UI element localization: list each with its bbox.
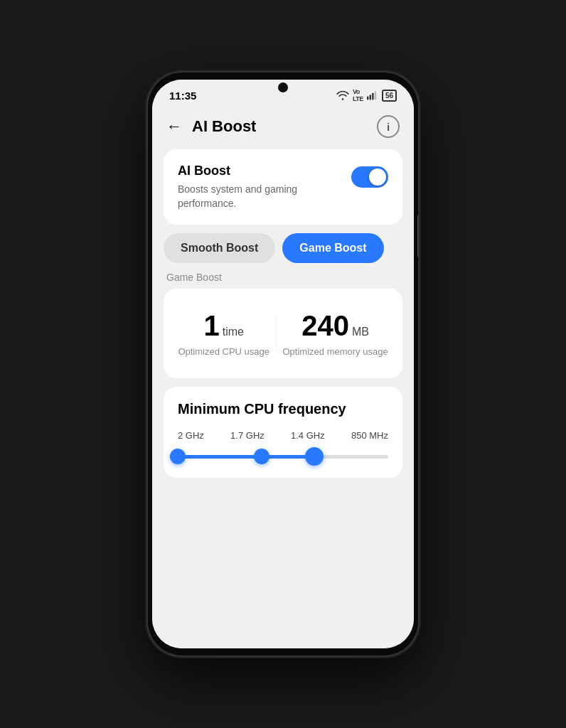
back-button[interactable]: ←: [166, 117, 182, 136]
section-label: Game Boost: [152, 272, 414, 289]
freq-label-3: 850 MHz: [351, 430, 388, 441]
slider-thumb-left[interactable]: [170, 449, 186, 464]
status-time: 11:35: [169, 90, 196, 102]
app-content: ← AI Boost i AI Boost Boosts system and …: [152, 107, 414, 648]
ai-boost-toggle[interactable]: [351, 166, 388, 188]
phone-frame: 11:35 VoLTE 56: [148, 73, 418, 655]
cpu-stat-number: 1: [203, 310, 219, 342]
game-boost-tab[interactable]: Game Boost: [282, 233, 383, 263]
phone-screen: 11:35 VoLTE 56: [152, 80, 414, 648]
signal-icon: [367, 90, 378, 100]
cpu-freq-card: Minimum CPU frequency 2 GHz 1.7 GHz 1.4 …: [164, 387, 402, 478]
memory-stat-value-row: 240 MB: [301, 310, 369, 342]
page-title: AI Boost: [192, 117, 256, 136]
top-bar-left: ← AI Boost: [166, 117, 256, 136]
memory-stat: 240 MB Optimized memory usage: [283, 310, 388, 357]
status-icons: VoLTE 56: [336, 88, 397, 102]
stats-divider: [276, 316, 277, 351]
freq-labels: 2 GHz 1.7 GHz 1.4 GHz 850 MHz: [178, 430, 388, 441]
volte-icon: VoLTE: [353, 88, 363, 102]
battery-icon: 56: [382, 90, 397, 102]
stats-card: 1 time Optimized CPU usage 240 MB Optimi…: [164, 289, 402, 378]
cpu-stat-label: Optimized CPU usage: [178, 346, 269, 357]
info-button[interactable]: i: [377, 115, 400, 138]
memory-stat-label: Optimized memory usage: [283, 346, 388, 357]
camera: [278, 82, 288, 92]
freq-label-0: 2 GHz: [178, 430, 204, 441]
slider-track-fill: [178, 455, 314, 459]
slider-thumb-middle[interactable]: [254, 449, 269, 464]
memory-stat-number: 240: [301, 310, 349, 342]
ai-boost-content: AI Boost Boosts system and gaming perfor…: [178, 164, 351, 210]
tab-container: Smooth Boost Game Boost: [152, 233, 414, 266]
cpu-stat: 1 time Optimized CPU usage: [178, 310, 269, 357]
cpu-freq-slider[interactable]: [178, 449, 388, 464]
toggle-knob: [369, 168, 386, 186]
ai-boost-card-title: AI Boost: [178, 164, 351, 178]
freq-label-2: 1.4 GHz: [291, 430, 325, 441]
wifi-icon: [336, 90, 349, 100]
volume-button[interactable]: [417, 215, 418, 257]
slider-thumb-active[interactable]: [305, 447, 324, 466]
cpu-freq-title: Minimum CPU frequency: [178, 401, 388, 417]
ai-boost-card: AI Boost Boosts system and gaming perfor…: [164, 149, 402, 225]
svg-rect-2: [372, 93, 373, 100]
ai-boost-description: Boosts system and gaming performance.: [178, 183, 320, 210]
top-bar: ← AI Boost i: [152, 107, 414, 149]
cpu-stat-value-row: 1 time: [203, 310, 243, 342]
freq-label-1: 1.7 GHz: [230, 430, 265, 441]
svg-rect-0: [367, 97, 368, 100]
smooth-boost-tab[interactable]: Smooth Boost: [164, 233, 275, 263]
svg-rect-1: [369, 95, 370, 100]
memory-stat-unit: MB: [352, 326, 369, 338]
svg-rect-3: [375, 91, 376, 100]
cpu-stat-unit: time: [223, 326, 244, 338]
